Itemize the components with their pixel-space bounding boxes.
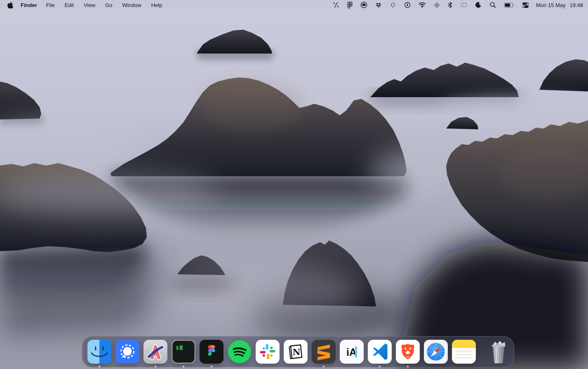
macos-desktop-screen: Finder File Edit View Go Window Help: [0, 0, 588, 369]
figma-icon: [200, 340, 223, 364]
brave-icon: [396, 340, 420, 364]
plus-cross-icon[interactable]: [434, 2, 440, 8]
figma-menu-icon[interactable]: [347, 2, 353, 9]
finder-icon: [87, 340, 111, 364]
menu-bar-time: 19:48: [569, 2, 583, 8]
running-indicator: [183, 366, 184, 367]
wallpaper-image: [0, 0, 588, 369]
signal-icon: [115, 340, 139, 364]
dock-item-notion[interactable]: N: [284, 340, 308, 364]
screen-capture-sparkles-icon[interactable]: [333, 2, 339, 8]
safari-icon: [424, 340, 448, 364]
notes-icon: [452, 340, 476, 364]
adobe-creative-cloud-icon[interactable]: [360, 2, 367, 8]
status-icon-tray: [333, 2, 529, 9]
apple-menu[interactable]: [4, 2, 16, 9]
menu-file[interactable]: File: [46, 2, 55, 8]
desktop-surface[interactable]: [0, 0, 588, 369]
running-indicator: [407, 366, 409, 367]
ia-writer-icon: iA: [340, 340, 364, 364]
sublime-text-icon: [312, 340, 336, 364]
dock-item-finder[interactable]: [87, 340, 111, 364]
vscode-icon: [368, 340, 392, 364]
dropbox-icon[interactable]: [375, 2, 382, 8]
running-indicator: [155, 366, 156, 367]
menu-bar: Finder File Edit View Go Window Help: [0, 0, 588, 10]
hidden-bar-icon[interactable]: [460, 2, 467, 8]
running-indicator: [379, 366, 381, 367]
menu-go[interactable]: Go: [105, 2, 112, 8]
spotlight-search-icon[interactable]: [489, 2, 496, 8]
apple-icon: [7, 2, 13, 9]
dock-item-spotify[interactable]: [228, 340, 252, 364]
bluetooth-icon[interactable]: [448, 2, 452, 8]
dock-item-figma[interactable]: [200, 340, 223, 364]
dock-item-slack[interactable]: [256, 340, 280, 364]
dock-item-ia-writer[interactable]: iA: [340, 340, 364, 364]
svg-text:N: N: [292, 347, 300, 357]
menu-view[interactable]: View: [84, 2, 95, 8]
menu-list: File Edit View Go Window Help: [46, 2, 162, 8]
trash-full-icon: [486, 339, 511, 364]
dock-item-sublime-text[interactable]: [312, 340, 336, 364]
app-dots-diamond-icon[interactable]: [390, 2, 396, 8]
dock-item-safari[interactable]: [424, 340, 448, 364]
running-indicator: [99, 366, 100, 367]
menu-window[interactable]: Window: [122, 2, 141, 8]
dock-item-arc[interactable]: [143, 340, 167, 364]
dock-item-notes[interactable]: [452, 340, 476, 364]
active-app-name[interactable]: Finder: [21, 2, 37, 8]
arc-icon: [143, 340, 167, 364]
dock-item-brave[interactable]: [396, 340, 420, 364]
notion-icon: N: [284, 340, 308, 364]
battery-icon[interactable]: [504, 2, 514, 8]
spotify-icon: [228, 340, 252, 364]
dock-item-terminal[interactable]: $: [172, 340, 195, 364]
onepassword-icon[interactable]: [404, 2, 411, 8]
slack-icon: [256, 340, 280, 364]
menu-bar-date: Mon 15 May: [536, 2, 566, 8]
control-center-icon[interactable]: [522, 2, 529, 8]
menu-edit[interactable]: Edit: [65, 2, 74, 8]
dock: $: [82, 336, 514, 367]
running-indicator: [211, 366, 212, 367]
dock-item-signal[interactable]: [115, 340, 139, 364]
running-indicator: [323, 366, 325, 367]
crumpled-paper: [493, 341, 505, 346]
wifi-icon[interactable]: [419, 2, 426, 8]
focus-moon-icon[interactable]: [475, 2, 482, 8]
dock-item-trash[interactable]: [486, 339, 511, 364]
menu-bar-clock[interactable]: Mon 15 May 19:48: [536, 2, 583, 8]
dock-item-vscode[interactable]: [368, 340, 392, 364]
svg-text:$: $: [176, 345, 179, 351]
terminal-icon: $: [172, 340, 195, 364]
menu-help[interactable]: Help: [151, 2, 162, 8]
